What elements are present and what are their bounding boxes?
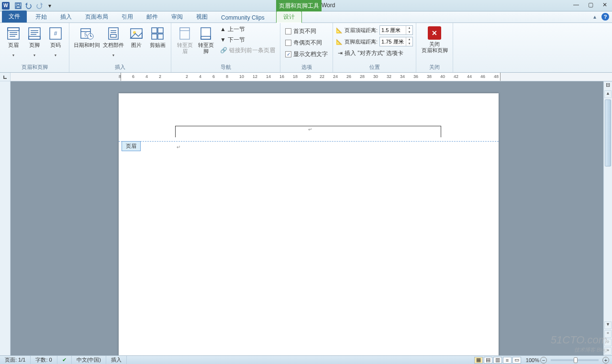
doc-parts-label: 文档部件	[103, 42, 124, 55]
footer-label: 页脚	[29, 42, 40, 55]
outline-view-icon[interactable]: ≡	[503, 357, 512, 364]
header-distance-input[interactable]	[380, 27, 406, 33]
vertical-ruler[interactable]	[0, 81, 11, 355]
tab-view[interactable]: 视图	[189, 11, 214, 22]
proofing-icon: ✔	[62, 357, 67, 363]
zoom-out-icon[interactable]: −	[540, 357, 547, 364]
checkbox-icon	[285, 28, 291, 34]
clipart-button[interactable]: 剪贴画	[147, 24, 168, 55]
scroll-track[interactable]	[604, 99, 612, 321]
tab-insert[interactable]: 插入	[54, 11, 78, 22]
odd-even-different-label: 奇偶页不同	[293, 39, 322, 47]
web-layout-view-icon[interactable]: ▥	[493, 357, 502, 364]
checkbox-icon	[285, 40, 291, 46]
tab-selector[interactable]	[0, 73, 11, 81]
page[interactable]: ↵ 页眉 ↵	[119, 93, 499, 355]
redo-icon[interactable]	[34, 1, 44, 10]
header-button[interactable]: 页眉▼	[3, 24, 24, 58]
date-time-button[interactable]: 5 日期和时间	[72, 24, 101, 55]
picture-button[interactable]: 图片	[126, 24, 147, 55]
zoom-slider[interactable]	[551, 359, 599, 361]
close-icon: ✕	[428, 26, 441, 40]
footer-button[interactable]: 页脚▼	[24, 24, 45, 58]
odd-even-different-checkbox[interactable]: 奇偶页不同	[283, 37, 330, 48]
zoom-in-icon[interactable]: +	[602, 357, 609, 364]
svg-rect-8	[29, 28, 40, 39]
header-edit-zone[interactable]	[175, 126, 441, 137]
page-number-button[interactable]: # 页码▼	[45, 24, 66, 58]
scroll-thumb[interactable]	[605, 99, 611, 166]
undo-icon[interactable]	[24, 1, 33, 10]
status-language[interactable]: 中文(中国)	[72, 356, 106, 364]
tab-review[interactable]: 审阅	[165, 11, 189, 22]
close-button[interactable]: ✕	[598, 0, 612, 10]
tab-mailings[interactable]: 邮件	[140, 11, 165, 22]
scroll-down-icon[interactable]: ▼	[604, 321, 612, 329]
group-label-insert: 插入	[69, 63, 171, 72]
vertical-scrollbar[interactable]: ⊟ ▲ ▼ « ○ »	[603, 81, 612, 355]
status-page[interactable]: 页面: 1/1	[0, 356, 31, 364]
goto-header-button: 转至页眉	[174, 24, 195, 55]
titlebar: W ▾ 文档1 - Microsoft Word 页眉和页脚工具 — ▢ ✕	[0, 0, 612, 11]
contextual-tab-label: 页眉和页脚工具	[276, 0, 322, 11]
clipart-label: 剪贴画	[150, 42, 166, 55]
header-tag: 页眉	[122, 141, 141, 151]
status-insert-mode[interactable]: 插入	[106, 356, 127, 364]
close-header-footer-button[interactable]: ✕ 关闭 页眉和页脚	[419, 24, 450, 55]
qat-dropdown-icon[interactable]: ▾	[45, 1, 55, 10]
paragraph-mark-icon: ↵	[177, 144, 180, 150]
draft-view-icon[interactable]: ▭	[512, 357, 521, 364]
header-boundary	[119, 141, 499, 142]
tab-design[interactable]: 设计	[276, 11, 302, 23]
save-icon[interactable]	[13, 1, 23, 10]
tab-page-layout[interactable]: 页面布局	[78, 11, 115, 22]
print-layout-view-icon[interactable]: ▦	[474, 357, 483, 364]
ribbon-tabs: 文件 开始 插入 页面布局 引用 邮件 审阅 视图 Community Clip…	[0, 11, 612, 23]
doc-parts-button[interactable]: 文档部件▼	[101, 24, 126, 58]
tab-community-clips[interactable]: Community Clips	[214, 13, 271, 22]
scroll-up-icon[interactable]: ▲	[604, 90, 612, 98]
zoom-percent[interactable]: 100%	[526, 357, 539, 363]
show-doc-text-checkbox[interactable]: ✓显示文档文字	[283, 49, 330, 59]
svg-rect-29	[152, 34, 157, 39]
svg-rect-1	[16, 6, 20, 8]
header-distance-label: 页眉顶端距离:	[345, 27, 378, 34]
app-icon[interactable]: W	[2, 2, 10, 10]
maximize-button[interactable]: ▢	[583, 0, 598, 10]
first-page-different-label: 首页不同	[293, 27, 316, 35]
group-insert: 5 日期和时间 文档部件▼ 图片 剪贴画 插入	[69, 23, 171, 72]
help-icon[interactable]: ?	[601, 13, 609, 21]
group-label-options: 选项	[280, 63, 333, 72]
goto-footer-button[interactable]: 转至页脚	[195, 24, 216, 55]
header-distance-spinner[interactable]: ▲▼	[379, 25, 413, 35]
ribbon: 页眉▼ 页脚▼ # 页码▼ 页眉和页脚 5 日期和时间 文档部件▼	[0, 23, 612, 73]
prev-section-button[interactable]: ▲上一节	[218, 24, 277, 34]
first-page-different-checkbox[interactable]: 首页不同	[283, 26, 330, 36]
zoom-handle[interactable]	[574, 357, 578, 363]
next-section-label: 下一节	[228, 36, 245, 44]
ruler-toggle-icon[interactable]: ⊟	[604, 81, 612, 90]
footer-distance-spinner[interactable]: ▲▼	[379, 37, 413, 46]
group-label-hf: 页眉和页脚	[0, 63, 69, 72]
link-icon: 🔗	[220, 47, 227, 54]
spin-up-icon[interactable]: ▲	[406, 37, 412, 42]
spin-down-icon[interactable]: ▼	[406, 30, 412, 34]
group-label-position: 位置	[333, 63, 416, 72]
status-proofing[interactable]: ✔	[57, 356, 72, 364]
document-area[interactable]: ↵ 页眉 ↵	[11, 81, 603, 355]
status-word-count[interactable]: 字数: 0	[31, 356, 57, 364]
next-section-button[interactable]: ▼下一节	[218, 34, 277, 45]
spin-down-icon[interactable]: ▼	[406, 42, 412, 46]
tab-home[interactable]: 开始	[29, 11, 54, 22]
group-label-close: 关闭	[416, 63, 453, 72]
full-screen-view-icon[interactable]: ▤	[484, 357, 492, 364]
minimize-button[interactable]: —	[569, 0, 583, 10]
svg-rect-30	[158, 34, 163, 39]
insert-align-tab-button[interactable]: ⇥插入 "对齐方式" 选项卡	[336, 48, 413, 58]
tab-references[interactable]: 引用	[115, 11, 140, 22]
footer-distance-input[interactable]	[380, 39, 406, 44]
spin-up-icon[interactable]: ▲	[406, 26, 412, 30]
tab-file[interactable]: 文件	[2, 11, 27, 22]
horizontal-ruler[interactable]: 8642246810121416182022242628303234363840…	[0, 73, 612, 81]
minimize-ribbon-icon[interactable]: ▴	[591, 13, 599, 21]
